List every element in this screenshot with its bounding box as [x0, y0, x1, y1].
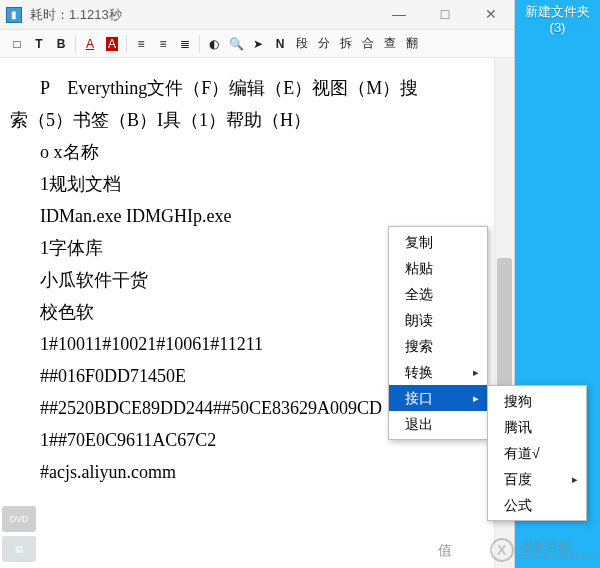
submenu-formula[interactable]: 公式	[488, 492, 586, 518]
toolbar-separator	[75, 35, 76, 53]
text-line: 索（5）书签（B）I具（1）帮助（H）	[10, 104, 484, 136]
paragraph-button[interactable]: 段	[291, 33, 313, 55]
menu-read-aloud[interactable]: 朗读	[389, 307, 487, 333]
text-line: P Everything文件（F）编辑（E）视图（M）搜	[10, 72, 484, 104]
align-center-button[interactable]: ≡	[152, 33, 174, 55]
toolbar-separator	[126, 35, 127, 53]
context-menu: 复制 粘贴 全选 朗读 搜索 转换 接口 退出	[388, 226, 488, 440]
submenu-youdao[interactable]: 有道√	[488, 440, 586, 466]
minimize-button[interactable]: —	[376, 0, 422, 28]
mask-button[interactable]: ◐	[203, 33, 225, 55]
taskbar-peek-icons: DVD ▤	[2, 506, 36, 562]
desktop-folder-label-2: (3)	[515, 20, 600, 36]
menu-exit[interactable]: 退出	[389, 411, 487, 437]
submenu-sogou[interactable]: 搜狗	[488, 388, 586, 414]
text-tool-button[interactable]: T	[28, 33, 50, 55]
text-line: o x名称	[40, 136, 484, 168]
context-submenu-interface: 搜狗 腾讯 有道√ 百度 公式	[487, 385, 587, 521]
align-left-button[interactable]: ≡	[130, 33, 152, 55]
drive-icon[interactable]: ▤	[2, 536, 36, 562]
text-line: 1规划文档	[40, 168, 484, 200]
rect-tool-button[interactable]: □	[6, 33, 28, 55]
n-button[interactable]: N	[269, 33, 291, 55]
lookup-button[interactable]: 查	[379, 33, 401, 55]
titlebar[interactable]: ▮ 耗时：1.1213秒 — □ ✕	[0, 0, 514, 30]
close-button[interactable]: ✕	[468, 0, 514, 28]
align-right-button[interactable]: ≣	[174, 33, 196, 55]
submenu-tencent[interactable]: 腾讯	[488, 414, 586, 440]
merge-button[interactable]: 合	[357, 33, 379, 55]
app-icon: ▮	[6, 7, 22, 23]
logo-text: 创新互联 CHUANG XINHULIAN	[520, 540, 594, 560]
value-label: 值	[438, 542, 452, 560]
highlight-color-button[interactable]: A	[101, 33, 123, 55]
logo-mark-icon: X	[490, 538, 514, 562]
toolbar-separator	[199, 35, 200, 53]
menu-search[interactable]: 搜索	[389, 333, 487, 359]
translate-button[interactable]: 翻	[401, 33, 423, 55]
submenu-baidu[interactable]: 百度	[488, 466, 586, 492]
text-line: #acjs.aliyun.comm	[40, 456, 484, 488]
menu-paste[interactable]: 粘贴	[389, 255, 487, 281]
search-button[interactable]: 🔍	[225, 33, 247, 55]
dvd-drive-icon[interactable]: DVD	[2, 506, 36, 532]
menu-select-all[interactable]: 全选	[389, 281, 487, 307]
font-color-button[interactable]: A	[79, 33, 101, 55]
toolbar: □ T B A A ≡ ≡ ≣ ◐ 🔍 ➤ N 段 分 拆 合 查 翻	[0, 30, 514, 58]
menu-convert[interactable]: 转换	[389, 359, 487, 385]
menu-copy[interactable]: 复制	[389, 229, 487, 255]
send-button[interactable]: ➤	[247, 33, 269, 55]
dismantle-button[interactable]: 拆	[335, 33, 357, 55]
split-button[interactable]: 分	[313, 33, 335, 55]
maximize-button[interactable]: □	[422, 0, 468, 28]
window-title: 耗时：1.1213秒	[30, 6, 376, 24]
bold-button[interactable]: B	[50, 33, 72, 55]
window-controls: — □ ✕	[376, 0, 514, 30]
desktop-folder-shortcut[interactable]: 新建文件夹 (3)	[515, 4, 600, 36]
watermark-logo: X 创新互联 CHUANG XINHULIAN	[490, 538, 594, 562]
desktop-folder-label-1: 新建文件夹	[515, 4, 600, 20]
menu-interface[interactable]: 接口	[389, 385, 487, 411]
